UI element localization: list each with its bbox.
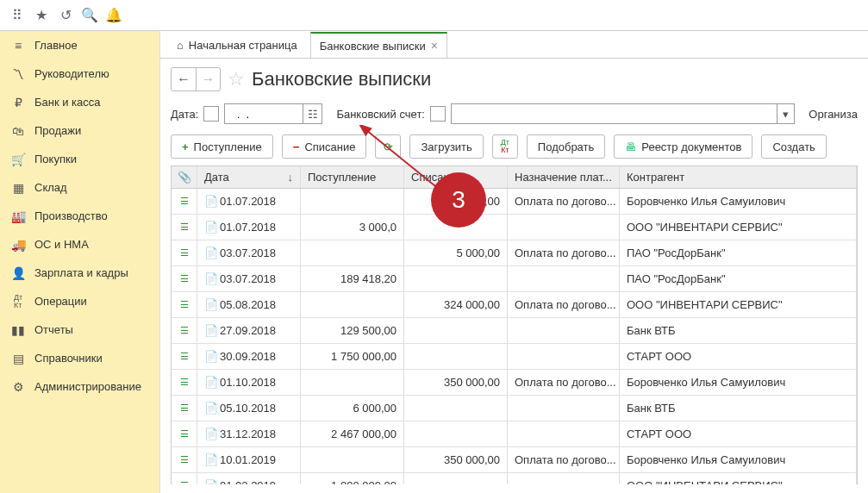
sidebar-item-hr[interactable]: 👤Зарплата и кадры: [0, 259, 159, 287]
cell-date: 📄03.07.2018: [197, 240, 301, 265]
ruble-icon: ₽: [10, 96, 26, 109]
button-label: Поступление: [194, 140, 262, 153]
table-row[interactable]: ☰📄03.07.2018189 418,20ПАО "РосДорБанк": [172, 266, 857, 292]
account-input[interactable]: [452, 104, 777, 123]
registry-button[interactable]: 🖶Реестр документов: [614, 134, 752, 159]
dtkt-icon: ДтКт: [501, 139, 509, 154]
factory-icon: 🏭: [10, 209, 26, 223]
cell-writeoff: [404, 473, 508, 484]
col-receipt[interactable]: Поступление: [301, 166, 404, 188]
table-header: 📎 Дата↓ Поступление Списание Назначение …: [172, 166, 857, 189]
sidebar-item-refs[interactable]: ▤Справочники: [0, 344, 159, 372]
create-button[interactable]: Создать: [761, 134, 826, 159]
sidebar-item-reports[interactable]: ▮▮Отчеты: [0, 315, 159, 344]
sidebar-item-production[interactable]: 🏭Производство: [0, 202, 159, 230]
sidebar-item-sales[interactable]: 🛍Продажи: [0, 116, 159, 145]
receipt-button[interactable]: +Поступление: [171, 134, 273, 159]
dtkt-button[interactable]: ДтКт: [492, 134, 518, 159]
sidebar-item-stock[interactable]: ▦Склад: [0, 173, 159, 202]
cell-writeoff: 350 000,00: [404, 370, 508, 395]
title-row: ← → ☆ Банковские выписки: [171, 67, 858, 91]
action-row: +Поступление −Списание ⟳ Загрузить ДтКт …: [171, 134, 858, 159]
col-writeoff[interactable]: Списание: [404, 166, 508, 188]
col-attachment[interactable]: 📎: [172, 166, 197, 188]
forward-button[interactable]: →: [196, 68, 220, 90]
col-purpose[interactable]: Назначение плат...: [508, 166, 620, 188]
history-icon[interactable]: ↺: [53, 3, 78, 28]
sidebar-item-bank[interactable]: ₽Банк и касса: [0, 88, 159, 116]
sidebar-item-label: Покупки: [34, 153, 77, 165]
cell-icon: ☰: [172, 396, 197, 421]
cell-purpose: Оплата по догово...: [508, 240, 620, 265]
table-body: ☰📄01.07.2018000,00Оплата по догово...Бор…: [172, 189, 857, 484]
cell-purpose: [508, 215, 620, 240]
calendar-icon[interactable]: ☷: [303, 104, 322, 123]
load-button[interactable]: Загрузить: [409, 134, 483, 159]
table-row[interactable]: ☰📄01.02.20191 000 000,00ООО "ИНВЕНТАРИ С…: [172, 473, 857, 484]
account-field[interactable]: ▾: [451, 103, 795, 124]
table-row[interactable]: ☰📄31.12.20182 467 000,00СТАРТ ООО: [172, 421, 857, 447]
table-row[interactable]: ☰📄30.09.20181 750 000,00СТАРТ ООО: [172, 344, 857, 370]
system-toolbar: ⠿ ★ ↺ 🔍 🔔: [0, 0, 868, 31]
cell-receipt: 189 418,20: [301, 266, 404, 291]
writeoff-button[interactable]: −Списание: [282, 134, 367, 159]
plus-icon: +: [182, 140, 189, 153]
cell-writeoff: 000,00: [404, 189, 508, 214]
col-partner[interactable]: Контрагент: [620, 166, 857, 188]
account-checkbox[interactable]: [430, 106, 446, 122]
sidebar-item-assets[interactable]: 🚚ОС и НМА: [0, 230, 159, 259]
search-icon[interactable]: 🔍: [78, 3, 102, 28]
cell-receipt: 129 500,00: [301, 318, 404, 343]
bell-icon[interactable]: 🔔: [102, 3, 126, 28]
refresh-button[interactable]: ⟳: [375, 134, 401, 159]
refresh-icon: ⟳: [384, 140, 393, 153]
sidebar-item-main[interactable]: ≡Главное: [0, 31, 159, 59]
table-row[interactable]: ☰📄01.07.2018000,00Оплата по догово...Бор…: [172, 189, 857, 215]
sidebar-item-label: Зарплата и кадры: [34, 266, 128, 279]
sidebar-item-purchase[interactable]: 🛒Покупки: [0, 145, 159, 173]
cell-writeoff: 5 000,00: [404, 240, 508, 265]
date-checkbox[interactable]: [203, 106, 219, 122]
boxes-icon: ▦: [10, 181, 26, 195]
table-row[interactable]: ☰📄03.07.20185 000,00Оплата по догово...П…: [172, 240, 857, 266]
cell-receipt: 1 750 000,00: [301, 344, 404, 369]
date-input[interactable]: [225, 104, 303, 123]
date-field[interactable]: ☷: [224, 103, 322, 124]
cell-receipt: 3 000,0: [301, 215, 404, 240]
sidebar-item-label: Склад: [34, 181, 67, 194]
cell-date: 📄05.08.2018: [197, 292, 301, 317]
cell-purpose: [508, 396, 620, 421]
table-row[interactable]: ☰📄01.07.20183 000,0ООО "ИНВЕНТАРИ СЕРВИС…: [172, 215, 857, 240]
cell-purpose: Оплата по догово...: [508, 370, 620, 395]
table-row[interactable]: ☰📄10.01.2019350 000,00Оплата по догово..…: [172, 447, 857, 473]
apps-icon[interactable]: ⠿: [5, 3, 29, 28]
cell-icon: ☰: [172, 215, 197, 240]
sidebar-item-manager[interactable]: 〽Руководителю: [0, 59, 159, 88]
cell-writeoff: 324 000,00: [404, 292, 508, 317]
button-label: Загрузить: [421, 140, 471, 153]
back-button[interactable]: ←: [172, 68, 196, 90]
sidebar-item-admin[interactable]: ⚙Администрирование: [0, 372, 159, 401]
button-label: Реестр документов: [641, 140, 741, 153]
sidebar-item-ops[interactable]: ДтКтОперации: [0, 287, 159, 315]
col-date[interactable]: Дата↓: [197, 166, 301, 188]
table-row[interactable]: ☰📄05.08.2018324 000,00Оплата по догово..…: [172, 292, 857, 318]
table-row[interactable]: ☰📄01.10.2018350 000,00Оплата по догово..…: [172, 370, 857, 396]
cell-icon: ☰: [172, 318, 197, 343]
cell-partner: СТАРТ ООО: [620, 421, 857, 446]
cell-partner: ООО "ИНВЕНТАРИ СЕРВИС": [620, 473, 857, 484]
paperclip-icon: 📎: [178, 171, 191, 184]
cell-partner: Банк ВТБ: [620, 318, 857, 343]
star-icon[interactable]: ★: [29, 3, 53, 28]
tab-home[interactable]: ⌂ Начальная страница: [167, 32, 307, 58]
favorite-star-icon[interactable]: ☆: [228, 68, 245, 90]
dropdown-icon[interactable]: ▾: [777, 104, 794, 123]
sidebar-item-label: ОС и НМА: [34, 238, 89, 251]
account-label: Банковский счет:: [336, 108, 425, 121]
org-label: Организа: [809, 108, 858, 121]
tab-bank-statements[interactable]: Банковские выписки ×: [310, 32, 447, 58]
table-row[interactable]: ☰📄27.09.2018129 500,00Банк ВТБ: [172, 318, 857, 344]
close-icon[interactable]: ×: [431, 39, 438, 53]
table-row[interactable]: ☰📄05.10.20186 000,00Банк ВТБ: [172, 396, 857, 421]
pick-button[interactable]: Подобрать: [527, 134, 605, 159]
